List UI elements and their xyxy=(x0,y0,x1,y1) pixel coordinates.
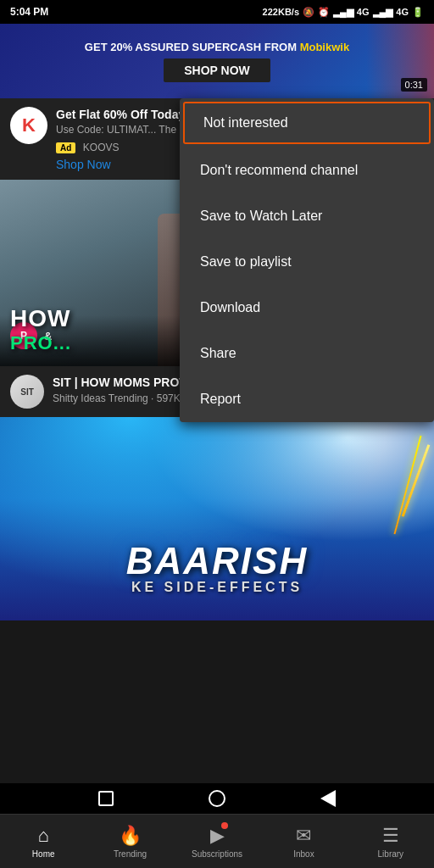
nav-item-library[interactable]: ☰ Library xyxy=(348,825,434,859)
status-right: 222KB/s 🔕 ⏰ ▂▄▆ 4G ▂▄▆ 4G 🔋 xyxy=(263,7,424,18)
carrier-4g-1: 4G xyxy=(357,7,370,17)
network-speed: 222KB/s xyxy=(263,7,299,17)
ad-banner-text: GET 20% ASSURED SUPERCASH FROM Mobikwik xyxy=(85,41,349,53)
bottom-nav: ⌂ Home 🔥 Trending ▶ Subscriptions ✉ Inbo… xyxy=(0,814,434,868)
library-label: Library xyxy=(378,849,404,859)
nav-item-subscriptions[interactable]: ▶ Subscriptions xyxy=(174,825,260,859)
dropdown-menu: Not interested Don't recommend channel S… xyxy=(180,98,434,422)
ad-time-badge: 0:31 xyxy=(401,78,427,92)
dropdown-item-download[interactable]: Download xyxy=(180,285,434,331)
dropdown-item-save-watch-later[interactable]: Save to Watch Later xyxy=(180,193,434,239)
dropdown-overlay: Not interested Don't recommend channel S… xyxy=(0,98,434,868)
inbox-icon: ✉ xyxy=(296,825,311,847)
shop-now-button[interactable]: SHOP NOW xyxy=(164,58,270,82)
inbox-label: Inbox xyxy=(293,849,314,859)
nav-item-trending[interactable]: 🔥 Trending xyxy=(86,825,173,859)
trending-label: Trending xyxy=(114,849,147,859)
dropdown-item-dont-recommend[interactable]: Don't recommend channel xyxy=(180,147,434,193)
status-time: 5:04 PM xyxy=(10,6,48,18)
home-label: Home xyxy=(32,849,55,859)
ad-banner[interactable]: GET 20% ASSURED SUPERCASH FROM Mobikwik … xyxy=(0,24,434,98)
library-icon: ☰ xyxy=(382,825,399,847)
home-icon: ⌂ xyxy=(38,825,49,847)
trending-icon: 🔥 xyxy=(119,825,142,847)
dropdown-item-not-interested[interactable]: Not interested xyxy=(183,102,431,144)
subscriptions-icon-wrapper: ▶ xyxy=(210,825,225,847)
carrier-4g-2: 4G xyxy=(396,7,409,17)
dropdown-item-report[interactable]: Report xyxy=(180,376,434,422)
signal-icon: ▂▄▆ xyxy=(333,7,353,18)
dropdown-item-save-playlist[interactable]: Save to playlist xyxy=(180,239,434,285)
nav-item-home[interactable]: ⌂ Home xyxy=(0,825,86,859)
ad-banner-inner: GET 20% ASSURED SUPERCASH FROM Mobikwik … xyxy=(85,41,349,82)
subscriptions-label: Subscriptions xyxy=(192,849,242,859)
battery-icon: 🔋 xyxy=(412,7,424,18)
dropdown-item-share[interactable]: Share xyxy=(180,331,434,376)
bell-icon: 🔕 xyxy=(303,7,314,18)
nav-item-inbox[interactable]: ✉ Inbox xyxy=(260,825,347,859)
signal-icon-2: ▂▄▆ xyxy=(373,7,393,18)
status-bar: 5:04 PM 222KB/s 🔕 ⏰ ▂▄▆ 4G ▂▄▆ 4G 🔋 xyxy=(0,0,434,24)
ad-brand: Mobikwik xyxy=(300,41,350,53)
alarm-icon: ⏰ xyxy=(318,7,330,18)
subscriptions-badge xyxy=(221,822,228,829)
